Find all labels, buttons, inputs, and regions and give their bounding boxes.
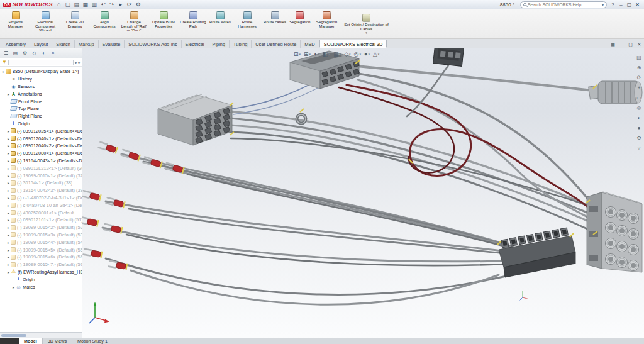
tree-item[interactable]: (-) 039012040<2> (Default<<Default — [1, 142, 82, 150]
command-tab[interactable]: SOLIDWORKS Electrical 3D — [319, 40, 387, 48]
task-help-icon[interactable]: ? — [635, 144, 643, 152]
command-tab[interactable]: User Defined Route — [252, 40, 301, 48]
ribbon-button[interactable]: Route Harnesses — [233, 11, 262, 38]
document-tab[interactable]: Model — [19, 338, 43, 344]
visibility-icon[interactable]: ◐ — [635, 114, 643, 121]
search-input[interactable] — [528, 3, 601, 7]
tree-item[interactable]: (-) 19099-0015<7> (Default) (57) — [1, 261, 82, 269]
tree-item[interactable]: Annotations — [1, 90, 82, 97]
restore-document-icon[interactable]: ▢ — [626, 41, 635, 48]
help-icon[interactable]: ? — [609, 1, 617, 8]
panel-collapse-icon[interactable]: ▾ — [78, 60, 80, 65]
tree-item[interactable]: (-) 039012040<1> (Default<<Default — [1, 135, 82, 142]
ribbon-button[interactable]: Update BOM Properties — [149, 11, 178, 38]
save-icon[interactable]: ▦ — [81, 1, 90, 8]
rotate-view-icon[interactable]: ⟳ — [635, 74, 643, 81]
tree-expand-icon[interactable] — [6, 174, 11, 178]
scrollbar-thumb[interactable] — [1, 334, 26, 337]
tree-expand-icon[interactable] — [6, 92, 11, 96]
close-document-icon[interactable]: ✕ — [635, 41, 643, 48]
ribbon-button[interactable]: Route cables — [262, 11, 287, 38]
tree-expand-icon[interactable] — [1, 69, 6, 74]
ribbon-button[interactable]: Set Origin / Destination of Cables ▾ — [342, 11, 391, 38]
zoom-fit-icon[interactable]: ⊡ ▾ — [294, 51, 301, 57]
command-tab[interactable]: Markup — [75, 40, 99, 48]
tree-item[interactable]: (-) 19099-0015<1> (Default) (37) — [1, 172, 82, 179]
ribbon-button[interactable]: Segregation — [288, 11, 311, 38]
command-tab[interactable]: Layout — [30, 40, 52, 48]
filter-options-icon[interactable]: ▾ — [75, 60, 77, 65]
tree-expand-icon[interactable] — [6, 151, 11, 155]
tree-item[interactable]: (-) 039012025<1> (Default<<Default — [1, 127, 82, 135]
tree-item[interactable]: 8850 (Default<Display State-1>) — [1, 68, 82, 75]
3d-model-view[interactable] — [82, 48, 644, 338]
edit-appearance-icon[interactable]: ● ▾ — [364, 51, 370, 57]
tree-item[interactable]: (-) 039012161<1> (Default) (51) — [1, 216, 82, 224]
tree-item[interactable]: (-) 19099-0015<5> (Default) (55) — [1, 246, 82, 253]
command-tab[interactable]: SOLIDWORKS Add-Ins — [125, 40, 181, 48]
tree-expand-icon[interactable] — [6, 188, 11, 192]
tree-item[interactable]: History — [1, 75, 82, 83]
tree-expand-icon[interactable] — [6, 262, 11, 267]
tree-expand-icon[interactable] — [6, 158, 11, 163]
tree-expand-icon[interactable] — [6, 166, 11, 170]
ribbon-button[interactable]: Route Wires — [208, 11, 232, 38]
ribbon-button[interactable]: Align Components — [90, 11, 119, 38]
select-icon[interactable]: ▸ — [116, 1, 125, 8]
configurationmanager-tab-icon[interactable]: ⚙ — [21, 50, 29, 57]
tree-item[interactable]: (f) EWRoutingAssyHarness_HBG — [1, 269, 82, 276]
tree-item[interactable]: (-) 039012080<1> (Default<<Default — [1, 150, 82, 157]
dimxpertmanager-tab-icon[interactable]: ◇ — [30, 50, 38, 57]
previous-view-icon[interactable]: ◐ ▾ — [314, 51, 319, 57]
tree-expand-icon[interactable] — [6, 270, 11, 274]
command-tab[interactable]: Tubing — [230, 40, 252, 48]
tree-expand-icon[interactable] — [6, 203, 11, 208]
tree-item[interactable]: (-) 19164-0043<1> (Default<<Defau — [1, 157, 82, 165]
ribbon-button[interactable]: Create Routing Path — [179, 11, 208, 38]
tree-item[interactable]: Mates — [1, 283, 82, 291]
home-icon[interactable]: ⌂ — [55, 1, 64, 8]
view-orientation-icon[interactable]: ▦ ▾ — [333, 51, 341, 57]
tree-item[interactable]: Sensors — [1, 83, 82, 91]
tree-item[interactable]: Origin — [1, 275, 82, 283]
ribbon-button[interactable]: Change Length of 'Rail' or 'Duct' — [119, 11, 148, 38]
display-style-icon[interactable]: ◇ ▾ — [344, 51, 350, 57]
appearance-icon[interactable]: ● — [635, 124, 643, 131]
redo-icon[interactable]: ↷ — [108, 1, 116, 8]
featuremanager-tab-icon[interactable]: ☰ — [2, 50, 10, 57]
tree-horizontal-scrollbar[interactable] — [0, 332, 82, 338]
expand-tabs-icon[interactable]: » — [49, 50, 57, 57]
tree-expand-icon[interactable] — [6, 225, 11, 230]
tree-expand-icon[interactable] — [6, 255, 11, 259]
command-tab[interactable]: Sketch — [52, 40, 75, 48]
tree-item[interactable]: Origin — [1, 120, 82, 128]
view-settings-icon[interactable]: △ ▾ — [373, 51, 379, 57]
document-tab[interactable]: Motion Study 1 — [72, 338, 113, 344]
tree-item[interactable]: (-) 4302520001<1> (Default — [1, 209, 82, 216]
command-tab[interactable]: MBD — [301, 40, 319, 48]
tree-expand-icon[interactable] — [6, 240, 11, 245]
hide-show-items-icon[interactable]: ◎ ▾ — [354, 51, 361, 57]
ribbon-button[interactable]: Segregation Manager — [313, 11, 341, 38]
command-tab[interactable]: Piping — [208, 40, 230, 48]
open-icon[interactable]: ▤ — [72, 1, 81, 8]
tree-expand-icon[interactable] — [6, 196, 11, 200]
new-document-icon[interactable]: ▢ — [64, 1, 72, 8]
tree-expand-icon[interactable] — [6, 129, 11, 133]
command-tab[interactable]: Assembly — [2, 40, 30, 48]
help-search-box[interactable]: ▾ — [520, 1, 607, 8]
zoom-tool-icon[interactable]: ⊕ — [635, 64, 643, 71]
rebuild-icon[interactable]: ⟳ — [125, 1, 134, 8]
filter-input[interactable] — [8, 60, 74, 65]
tree-expand-icon[interactable] — [6, 248, 11, 252]
tree-expand-icon[interactable] — [6, 211, 11, 215]
tree-item[interactable]: (-) 36154<1> (Default) (38) — [1, 179, 82, 187]
command-tab[interactable]: Electrical — [182, 40, 209, 48]
tree-item[interactable]: Right Plane — [1, 113, 82, 120]
tree-item[interactable]: (-) 19099-0015<4> (Default) (54) — [1, 238, 82, 246]
tree-expand-icon[interactable] — [6, 218, 11, 222]
zoom-area-icon[interactable]: ⊞ ▾ — [304, 51, 311, 57]
settings-icon[interactable]: ⚙ — [635, 134, 643, 141]
tree-item[interactable]: Top Plane — [1, 105, 82, 113]
tree-item[interactable]: (-) 19099-0015<6> (Default) (56) — [1, 253, 82, 261]
